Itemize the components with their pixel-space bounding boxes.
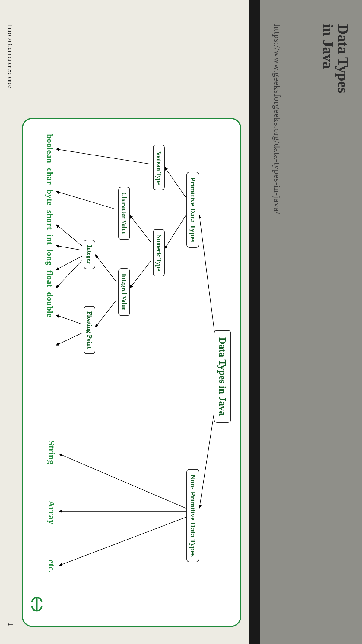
title-line-2: in Java xyxy=(320,24,336,69)
svg-line-2 xyxy=(165,167,186,197)
svg-line-3 xyxy=(165,215,186,249)
leaf-string: String xyxy=(46,440,57,464)
node-primitive: Primitive Data Types xyxy=(186,172,199,248)
node-integer: Integer xyxy=(84,240,95,269)
svg-line-4 xyxy=(130,215,151,243)
leaf-etc: etc. xyxy=(46,560,57,573)
svg-line-7 xyxy=(95,300,116,327)
svg-line-16 xyxy=(59,454,186,508)
svg-line-18 xyxy=(59,517,186,566)
svg-line-5 xyxy=(130,261,151,288)
node-boolean-type: Boolean Type xyxy=(153,145,165,190)
slide-page: Data Types in Java https://www.geeksforg… xyxy=(0,0,362,644)
footer-course: Intro to Computer Science xyxy=(7,24,14,88)
svg-line-0 xyxy=(199,215,217,348)
svg-line-14 xyxy=(56,315,82,324)
leaf-array: Array xyxy=(46,501,57,524)
page-number: 1 xyxy=(7,623,14,626)
svg-line-15 xyxy=(56,333,82,345)
slide-title: Data Types in Java xyxy=(320,24,351,93)
node-floating-point: Floating-Point xyxy=(84,306,95,354)
svg-line-12 xyxy=(56,256,82,270)
source-url: https://www.geeksforgeeks.org/data-types… xyxy=(272,24,282,214)
svg-line-6 xyxy=(95,255,116,282)
svg-line-8 xyxy=(56,149,151,164)
node-root: Data Types in Java xyxy=(214,330,231,423)
node-numeric-type: Numeric Type xyxy=(153,229,165,276)
leaf-primitive-row: boolean char byte short int long float d… xyxy=(45,134,55,317)
title-line-1: Data Types xyxy=(335,24,351,93)
diagram-panel: Data Types in Java Primitive Data Types … xyxy=(22,118,241,627)
svg-line-9 xyxy=(56,191,116,209)
gfg-logo-icon xyxy=(29,593,45,616)
header-bar: Data Types in Java https://www.geeksforg… xyxy=(260,0,362,644)
connector-svg xyxy=(23,119,240,626)
svg-line-13 xyxy=(56,261,82,288)
svg-line-10 xyxy=(56,225,82,246)
divider-bar xyxy=(249,0,260,644)
svg-line-11 xyxy=(56,246,82,250)
node-character-value: Character Value xyxy=(118,187,130,240)
node-integral-value: Integral Value xyxy=(118,268,130,316)
node-nonprimitive: Non- Primitive Data Types xyxy=(186,469,199,562)
